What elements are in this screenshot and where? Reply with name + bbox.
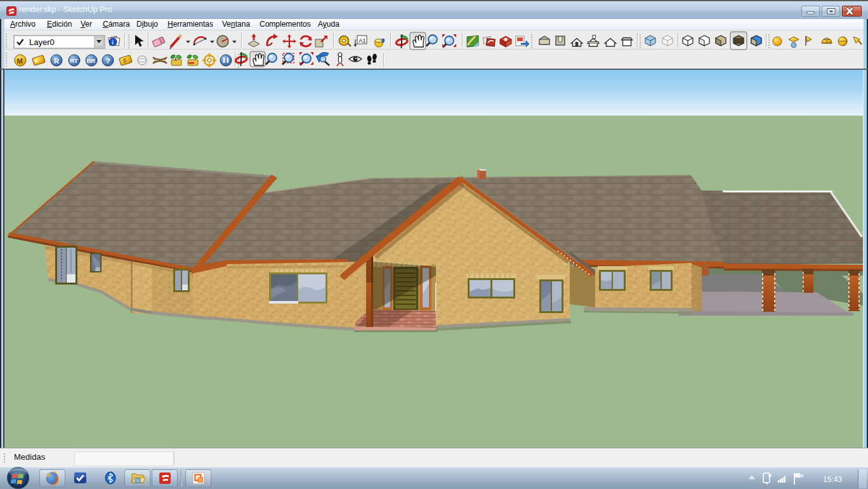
svg-text:i: i [112,39,114,46]
svg-text:R: R [54,57,59,65]
svg-text:?: ? [106,57,110,65]
svg-text:RT: RT [70,57,78,64]
svg-text:M: M [17,57,23,65]
svg-text:Layer0: Layer0 [29,37,55,47]
svg-text:BR: BR [87,57,96,64]
svg-text:A1: A1 [358,37,365,44]
